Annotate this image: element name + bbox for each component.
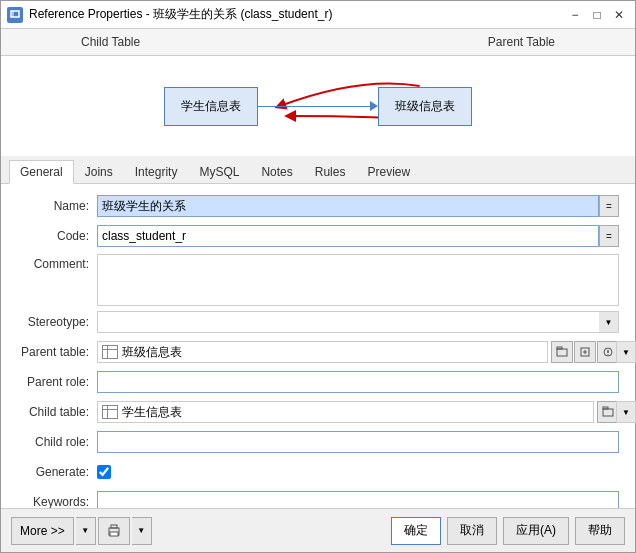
svg-rect-13 (603, 407, 608, 409)
comment-input[interactable] (97, 254, 619, 306)
main-window: Reference Properties - 班级学生的关系 (class_st… (0, 0, 636, 553)
titlebar: Reference Properties - 班级学生的关系 (class_st… (1, 1, 635, 29)
parent-table-box: 班级信息表 (378, 87, 472, 126)
form-area: Name: = Code: = Comment: Stereotype: ▼ (1, 184, 635, 508)
tabs-section: General Joins Integrity MySQL Notes Rule… (1, 156, 635, 184)
child-role-label: Child role: (17, 435, 97, 449)
child-table-row: Child table: 学生信息表 ▼ (17, 400, 619, 424)
code-eq-button[interactable]: = (599, 225, 619, 247)
code-row: Code: = (17, 224, 619, 248)
keywords-label: Keywords: (17, 495, 97, 508)
svg-rect-4 (557, 349, 567, 356)
parent-table-browse-btn[interactable] (551, 341, 573, 363)
more-dropdown-button[interactable]: ▼ (76, 517, 96, 545)
child-table-select[interactable]: 学生信息表 (97, 401, 594, 423)
help-button[interactable]: 帮助 (575, 517, 625, 545)
svg-point-11 (608, 354, 609, 355)
code-label: Code: (17, 229, 97, 243)
name-input[interactable] (97, 195, 599, 217)
more-button-group: More >> ▼ ▼ (11, 517, 152, 545)
child-role-row: Child role: (17, 430, 619, 454)
parent-table-select[interactable]: 班级信息表 (97, 341, 548, 363)
svg-rect-12 (603, 409, 613, 416)
stereotype-row: Stereotype: ▼ (17, 310, 619, 334)
parent-table-row: Parent table: 班级信息表 ▼ (17, 340, 619, 364)
comment-label: Comment: (17, 254, 97, 271)
tabs-bar: General Joins Integrity MySQL Notes Rule… (1, 156, 635, 184)
parent-table-new-btn[interactable] (574, 341, 596, 363)
stereotype-label: Stereotype: (17, 315, 97, 329)
parent-table-value: 班级信息表 (122, 344, 182, 361)
parent-table-label: Parent Table (488, 35, 555, 49)
minimize-button[interactable]: − (565, 6, 585, 24)
titlebar-left: Reference Properties - 班级学生的关系 (class_st… (7, 6, 332, 23)
child-table-buttons: ▼ (596, 401, 619, 423)
child-table-label: Child Table (81, 35, 140, 49)
tab-notes[interactable]: Notes (250, 160, 303, 183)
parent-table-label: Parent table: (17, 345, 97, 359)
more-dropdown-icon: ▼ (81, 526, 89, 535)
diagram-labels: Child Table Parent Table (1, 29, 635, 56)
svg-rect-15 (111, 525, 117, 528)
more-button[interactable]: More >> (11, 517, 74, 545)
tab-joins[interactable]: Joins (74, 160, 124, 183)
svg-rect-5 (557, 347, 562, 349)
tab-rules[interactable]: Rules (304, 160, 357, 183)
keywords-row: Keywords: (17, 490, 619, 508)
printer-icon (107, 524, 121, 538)
name-label: Name: (17, 199, 97, 213)
name-row: Name: = (17, 194, 619, 218)
tab-general[interactable]: General (9, 160, 74, 184)
keywords-input[interactable] (97, 491, 619, 508)
tab-integrity[interactable]: Integrity (124, 160, 189, 183)
child-table-browse-btn[interactable] (597, 401, 619, 423)
maximize-button[interactable]: □ (587, 6, 607, 24)
stereotype-select[interactable] (97, 311, 619, 333)
svg-rect-16 (110, 532, 118, 536)
diagram-canvas: 学生信息表 班级信息表 (1, 56, 635, 156)
generate-checkbox[interactable] (97, 465, 111, 479)
close-button[interactable]: ✕ (609, 6, 629, 24)
comment-row: Comment: (17, 254, 619, 306)
generate-checkbox-wrapper (97, 465, 111, 479)
child-role-input[interactable] (97, 431, 619, 453)
cancel-button[interactable]: 取消 (447, 517, 497, 545)
app-icon (7, 7, 23, 23)
tab-preview[interactable]: Preview (356, 160, 421, 183)
parent-table-icon (102, 345, 118, 359)
tab-mysql[interactable]: MySQL (188, 160, 250, 183)
apply-button[interactable]: 应用(A) (503, 517, 569, 545)
generate-row: Generate: (17, 460, 619, 484)
name-eq-button[interactable]: = (599, 195, 619, 217)
export-dropdown-icon: ▼ (137, 526, 145, 535)
export-button[interactable] (98, 517, 130, 545)
parent-table-props-btn[interactable] (597, 341, 619, 363)
parent-role-input[interactable] (97, 371, 619, 393)
stereotype-select-wrapper: ▼ (97, 311, 619, 333)
parent-role-label: Parent role: (17, 375, 97, 389)
child-table-box: 学生信息表 (164, 87, 258, 126)
parent-role-row: Parent role: (17, 370, 619, 394)
child-table-value: 学生信息表 (122, 404, 182, 421)
bottom-bar: More >> ▼ ▼ 确定 取消 应用(A) 帮助 (1, 508, 635, 552)
child-table-label: Child table: (17, 405, 97, 419)
titlebar-controls: − □ ✕ (565, 6, 629, 24)
generate-label: Generate: (17, 465, 97, 479)
diagram-section: Child Table Parent Table 学生信息表 班级信息表 (1, 29, 635, 156)
window-title: Reference Properties - 班级学生的关系 (class_st… (29, 6, 332, 23)
svg-rect-0 (11, 11, 19, 17)
code-input[interactable] (97, 225, 599, 247)
parent-table-buttons: ▼ (550, 341, 619, 363)
export-dropdown-button[interactable]: ▼ (132, 517, 152, 545)
child-table-icon (102, 405, 118, 419)
confirm-button[interactable]: 确定 (391, 517, 441, 545)
